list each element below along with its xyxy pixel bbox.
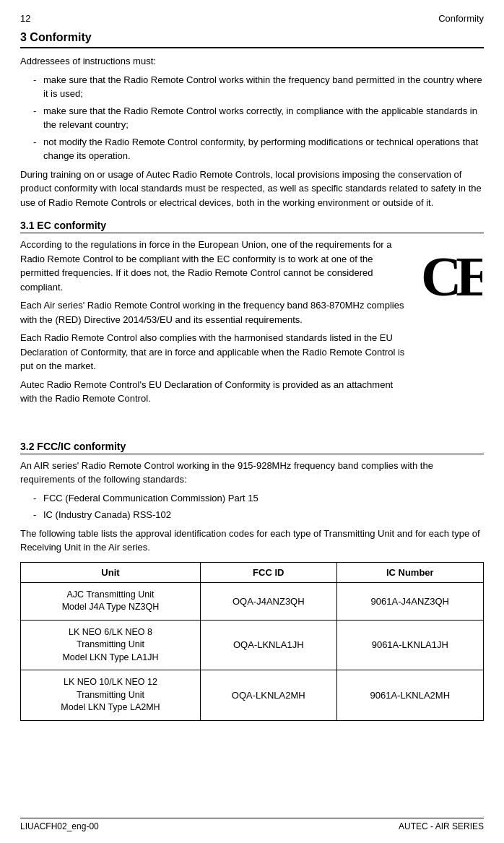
table-cell-fcc-id: OQA-J4ANZ3QH	[200, 582, 336, 620]
table-cell-unit: AJC Transmitting UnitModel J4A Type NZ3Q…	[21, 582, 201, 620]
section3-2-para1: An AIR series' Radio Remote Control work…	[20, 459, 484, 487]
section3-1-text: According to the regulations in force in…	[20, 238, 410, 410]
table-cell-fcc-id: OQA-LKNLA1JH	[200, 620, 336, 670]
page-header: 12 Conformity	[20, 13, 484, 24]
table-header-fcc-id: FCC ID	[200, 562, 336, 582]
list-item: not modify the Radio Remote Control conf…	[33, 135, 484, 163]
list-item: make sure that the Radio Remote Control …	[33, 73, 484, 101]
footer-left: LIUACFH02_eng-00	[20, 821, 99, 831]
footer-right: AUTEC - AIR SERIES	[399, 821, 484, 831]
section3-1-para3: Each Radio Remote Control also complies …	[20, 331, 410, 373]
section3-2-para2: The following table lists the approval i…	[20, 527, 484, 555]
table-cell-ic-number: 9061A-LKNLA2MH	[336, 670, 483, 721]
section3-intro: Addressees of instructions must:	[20, 54, 484, 69]
section3-bullets: make sure that the Radio Remote Control …	[33, 73, 484, 163]
section3-1-para4: Autec Radio Remote Control's EU Declarat…	[20, 378, 410, 406]
page-number: 12	[20, 13, 30, 24]
list-item: IC (Industry Canada) RSS-102	[33, 508, 484, 522]
list-item: FCC (Federal Communication Commission) P…	[33, 491, 484, 506]
section3-1-content: According to the regulations in force in…	[20, 238, 484, 410]
table-cell-ic-number: 9061A-LKNLA1JH	[336, 620, 483, 670]
table-row: LK NEO 6/LK NEO 8Transmitting UnitModel …	[21, 620, 484, 670]
svg-text:CE: CE	[421, 245, 482, 299]
section3-paragraph1: During training on or usage of Autec Rad…	[20, 168, 484, 210]
section3-1-para1: According to the regulations in force in…	[20, 238, 410, 294]
list-item: make sure that the Radio Remote Control …	[33, 104, 484, 132]
section3-1-heading: 3.1 EC conformity	[20, 220, 484, 233]
table-cell-unit: LK NEO 6/LK NEO 8Transmitting UnitModel …	[21, 620, 201, 670]
section3-1-para2: Each Air series' Radio Remote Control wo…	[20, 298, 410, 327]
conformity-table: Unit FCC ID IC Number AJC Transmitting U…	[20, 562, 484, 721]
table-cell-unit: LK NEO 10/LK NEO 12Transmitting UnitMode…	[21, 670, 201, 721]
table-row: AJC Transmitting UnitModel J4A Type NZ3Q…	[21, 582, 484, 620]
section3-heading: 3 Conformity	[20, 31, 484, 48]
table-cell-fcc-id: OQA-LKNLA2MH	[200, 670, 336, 721]
section3-2-heading: 3.2 FCC/IC conformity	[20, 441, 484, 454]
table-row: LK NEO 10/LK NEO 12Transmitting UnitMode…	[21, 670, 484, 721]
page-footer: LIUACFH02_eng-00 AUTEC - AIR SERIES	[20, 818, 484, 831]
header-section-title: Conformity	[438, 13, 484, 24]
ce-mark-logo: CE	[419, 238, 484, 308]
table-header-ic-number: IC Number	[336, 562, 483, 582]
table-header-unit: Unit	[21, 562, 201, 582]
table-cell-ic-number: 9061A-J4ANZ3QH	[336, 582, 483, 620]
section3-2-bullets: FCC (Federal Communication Commission) P…	[33, 491, 484, 522]
